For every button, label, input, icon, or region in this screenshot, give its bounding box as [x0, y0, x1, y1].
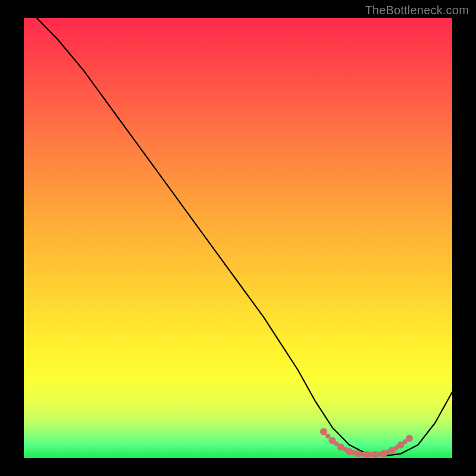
chart-stage: TheBottleneck.com — [0, 0, 476, 476]
plot-area — [24, 18, 452, 458]
optimal-dot — [325, 434, 330, 439]
curve-layer — [24, 18, 452, 458]
watermark-label: TheBottleneck.com — [365, 4, 469, 17]
optimal-dot — [406, 435, 413, 442]
bottleneck-curve-path — [37, 18, 452, 456]
optimal-dot — [320, 428, 327, 436]
